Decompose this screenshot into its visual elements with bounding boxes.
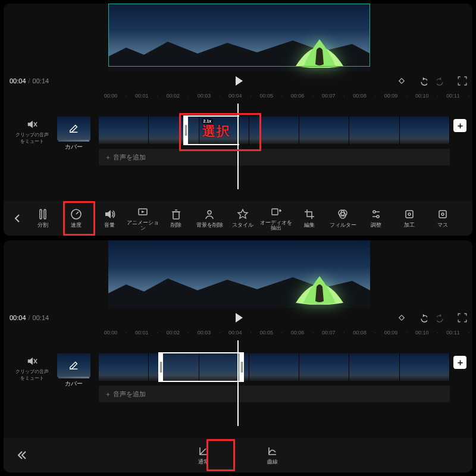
clip-thumb[interactable]	[249, 117, 299, 144]
time-ruler[interactable]: 00:00·00:01·00:02·00:03·00:04·00:05·00:0…	[4, 93, 472, 104]
tool-label: 削除	[171, 223, 181, 228]
tool-label: 音量	[104, 223, 115, 228]
add-audio-row[interactable]: ＋ 音声を追加	[99, 149, 450, 165]
undo-icon[interactable]	[416, 76, 427, 86]
tool-bgremove[interactable]: 背景を削除	[193, 203, 226, 234]
current-time: 00:04	[10, 77, 26, 84]
time-ruler[interactable]: 00:00·00:01·00:02·00:03·00:04·00:05·00:0…	[4, 330, 472, 340]
editor-panel-top: 00:04 / 00:14 00:00·00:01·00:02·00:03·00…	[4, 4, 472, 236]
speed-icon	[70, 208, 82, 220]
tool-label: マス	[437, 223, 448, 228]
tool-label: スタイル	[232, 223, 253, 228]
clip-thumb[interactable]	[299, 353, 349, 381]
add-audio-label: ＋ 音声を追加	[105, 390, 146, 399]
mute-clip-button[interactable]: クリップの音声をミュート	[15, 119, 49, 145]
adjust-icon	[370, 208, 382, 220]
clip-thumb[interactable]	[99, 353, 149, 381]
speed-toolbar: 通常 曲線	[4, 438, 472, 472]
clip-thumb[interactable]	[199, 353, 249, 381]
tool-speed-normal[interactable]: 通常	[187, 440, 220, 471]
edit-icon	[303, 208, 315, 220]
tool-delete[interactable]: 削除	[159, 203, 193, 234]
clip-thumb[interactable]	[149, 353, 199, 381]
undo-icon[interactable]	[416, 312, 427, 323]
tool-audioext[interactable]: オーディオを抽出	[259, 203, 293, 234]
tool-speed[interactable]: 速度	[60, 203, 93, 234]
back-button[interactable]	[13, 446, 31, 464]
fullscreen-icon[interactable]	[457, 312, 468, 323]
tool-label: 通常	[198, 459, 209, 465]
mute-clip-button[interactable]: クリップの音声をミュート	[15, 356, 49, 381]
play-button[interactable]	[233, 312, 243, 322]
edit-toolbar: 分割 速度 音量 アニメーション 削除 背景を削除 スタイル オーディオを抽出 …	[4, 201, 472, 236]
tool-filter[interactable]: フィルター	[326, 203, 359, 234]
editor-panel-bottom: 00:04 / 00:14 00:00·00:01·00:02·00:03·00…	[4, 240, 472, 472]
tool-label: アニメーション	[126, 220, 159, 231]
tool-label: 分割	[37, 223, 48, 228]
preview-controls	[396, 311, 468, 325]
volume-icon	[104, 208, 115, 220]
tool-split[interactable]: 分割	[26, 203, 60, 234]
cover-button[interactable]: カバー	[57, 353, 90, 388]
mask-icon	[437, 208, 449, 220]
tool-label: 調整	[371, 223, 381, 228]
curve-icon	[267, 445, 278, 457]
current-time: 00:04	[10, 314, 26, 321]
tool-style[interactable]: スタイル	[226, 203, 259, 234]
animation-icon	[137, 206, 149, 218]
clip-thumb[interactable]	[349, 353, 399, 381]
video-track[interactable]: 2.1x	[99, 117, 450, 144]
timeline-tracks: クリップの音声をミュート カバー 2.1x ＋ ＋ 音声を追加	[4, 113, 472, 178]
mute-label: クリップの音声をミュート	[15, 131, 49, 145]
effect-icon	[403, 208, 415, 220]
clip-thumb[interactable]	[349, 117, 399, 144]
add-audio-row[interactable]: ＋ 音声を追加	[99, 386, 450, 402]
clip-thumb[interactable]	[99, 117, 149, 144]
clip-speed-badge: 2.1x	[202, 118, 214, 124]
video-preview[interactable]	[108, 4, 370, 71]
video-track[interactable]	[99, 353, 450, 381]
tool-label: 編集	[304, 223, 315, 228]
keyframe-icon[interactable]	[396, 312, 407, 323]
audioext-icon	[270, 206, 282, 218]
clip-thumb[interactable]	[400, 117, 450, 144]
tool-label: 背景を削除	[196, 223, 223, 228]
delete-icon	[170, 208, 182, 220]
mute-label: クリップの音声をミュート	[15, 368, 49, 381]
video-preview[interactable]	[108, 240, 370, 308]
normal-icon	[198, 445, 209, 457]
add-clip-button[interactable]: ＋	[453, 356, 466, 369]
clip-thumb[interactable]	[249, 353, 299, 381]
style-icon	[237, 208, 249, 220]
tool-edit[interactable]: 編集	[293, 203, 326, 234]
clip-thumb-selected[interactable]: 2.1x	[199, 117, 249, 144]
timeline-tracks: クリップの音声をミュート カバー ＋ ＋ 音声を追加	[4, 350, 472, 415]
add-audio-label: ＋ 音声を追加	[105, 153, 146, 162]
tool-effect[interactable]: 加工	[393, 203, 426, 234]
fullscreen-icon[interactable]	[457, 76, 468, 86]
tool-speed-curve[interactable]: 曲線	[256, 440, 289, 471]
tool-mask[interactable]: マス	[426, 203, 459, 234]
redo-icon[interactable]	[437, 312, 447, 323]
play-button[interactable]	[233, 75, 243, 86]
clip-thumb[interactable]	[400, 353, 450, 381]
tool-label: 曲線	[267, 459, 278, 465]
redo-icon[interactable]	[437, 76, 447, 86]
tool-label: 速度	[71, 223, 82, 228]
filter-icon	[337, 208, 349, 220]
tool-adjust[interactable]: 調整	[359, 203, 393, 234]
cover-label: カバー	[57, 143, 90, 151]
preview-controls	[396, 74, 468, 88]
cover-label: カバー	[57, 380, 90, 388]
tool-label: オーディオを抽出	[259, 220, 293, 231]
tool-animation[interactable]: アニメーション	[126, 203, 159, 234]
clip-thumb[interactable]	[149, 117, 199, 144]
add-clip-button[interactable]: ＋	[453, 119, 466, 132]
split-icon	[37, 208, 49, 220]
cover-button[interactable]: カバー	[57, 117, 90, 151]
back-button[interactable]	[8, 209, 26, 227]
keyframe-icon[interactable]	[396, 76, 407, 86]
tool-volume[interactable]: 音量	[93, 203, 126, 234]
clip-thumb[interactable]	[299, 117, 349, 144]
total-time: 00:14	[33, 77, 49, 84]
